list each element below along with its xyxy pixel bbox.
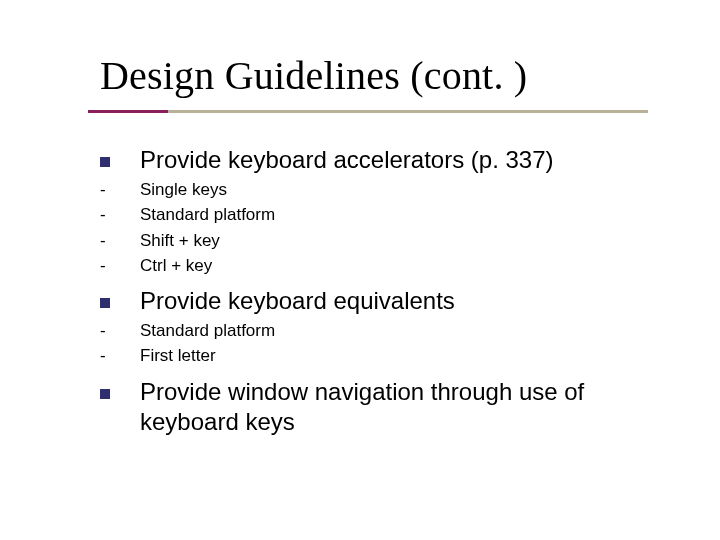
list-item: - Standard platform [100, 320, 680, 341]
list-item: Provide keyboard accelerators (p. 337) [100, 145, 680, 175]
list-item-text: Shift + key [140, 230, 220, 251]
list-item-text: Provide keyboard equivalents [140, 286, 455, 316]
list-item-text: First letter [140, 345, 216, 366]
list-item-text: Ctrl + key [140, 255, 212, 276]
list-item-text: Single keys [140, 179, 227, 200]
slide: Design Guidelines (cont. ) Provide keybo… [0, 0, 720, 540]
square-bullet-icon [100, 286, 140, 308]
title-underline-accent [88, 110, 168, 113]
slide-title: Design Guidelines (cont. ) [100, 55, 660, 97]
list-item: Provide window navigation through use of… [100, 377, 680, 437]
list-item: - Standard platform [100, 204, 680, 225]
list-item-text: Provide window navigation through use of… [140, 377, 680, 437]
list-item-text: Provide keyboard accelerators (p. 337) [140, 145, 554, 175]
list-item: - Ctrl + key [100, 255, 680, 276]
dash-bullet-icon: - [100, 230, 140, 251]
slide-body: Provide keyboard accelerators (p. 337) -… [100, 145, 720, 437]
list-item: Provide keyboard equivalents [100, 286, 680, 316]
dash-bullet-icon: - [100, 345, 140, 366]
dash-bullet-icon: - [100, 204, 140, 225]
list-item: - Single keys [100, 179, 680, 200]
list-item-text: Standard platform [140, 320, 275, 341]
list-item: - Shift + key [100, 230, 680, 251]
list-item-text: Standard platform [140, 204, 275, 225]
dash-bullet-icon: - [100, 320, 140, 341]
title-block: Design Guidelines (cont. ) [100, 55, 660, 107]
square-bullet-icon [100, 377, 140, 399]
dash-bullet-icon: - [100, 179, 140, 200]
title-underline-beige [88, 110, 648, 113]
square-bullet-icon [100, 145, 140, 167]
list-item: - First letter [100, 345, 680, 366]
dash-bullet-icon: - [100, 255, 140, 276]
